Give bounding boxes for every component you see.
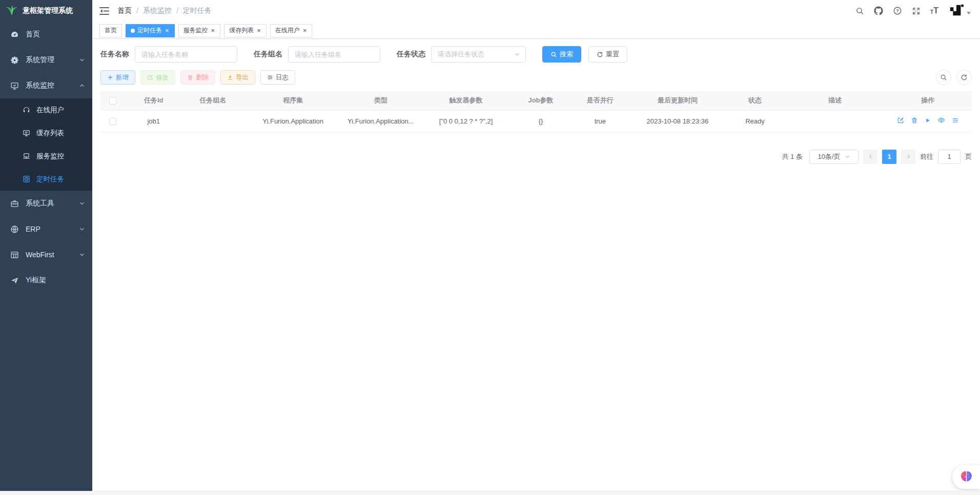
sidebar-item-system-monitoring[interactable]: 系统监控 xyxy=(0,73,92,98)
sidebar-item-scheduled-tasks[interactable]: 定时任务 xyxy=(0,168,92,191)
toolbar-right xyxy=(936,70,972,85)
goto-label: 前往 xyxy=(920,152,933,161)
row-actions xyxy=(897,116,959,124)
row-view-icon[interactable] xyxy=(937,116,945,124)
breadcrumb-separator: / xyxy=(176,7,178,15)
grid-icon xyxy=(10,251,19,259)
select-all-checkbox[interactable] xyxy=(109,97,116,105)
task-status-select[interactable]: 请选择任务状态 xyxy=(431,46,526,63)
sidebar-item-online-users[interactable]: 在线用户 xyxy=(0,98,92,121)
chevron-down-icon xyxy=(79,252,85,258)
tab-online-users[interactable]: 在线用户 × xyxy=(270,24,313,37)
next-page-button[interactable] xyxy=(901,150,915,164)
col-header-type: 类型 xyxy=(342,91,419,110)
sidebar-item-system-management[interactable]: 系统管理 xyxy=(0,47,92,73)
task-group-input[interactable] xyxy=(288,46,380,63)
sidebar-fold-icon[interactable] xyxy=(99,7,109,15)
row-delete-icon[interactable] xyxy=(911,117,918,124)
sidebar-item-webfirst[interactable]: WebFirst xyxy=(0,242,92,267)
sidebar-item-label: ERP xyxy=(26,225,79,233)
sidebar-item-label: 系统工具 xyxy=(26,199,79,208)
help-icon[interactable]: ? xyxy=(893,6,902,15)
dashboard-icon xyxy=(10,30,19,39)
tasks-table: 任务Id 任务组名 程序集 类型 触发器参数 Job参数 是否并行 最后更新时间… xyxy=(100,91,972,132)
cell-last-update: 2023-10-08 18:23:36 xyxy=(631,110,724,132)
schedule-icon xyxy=(23,175,30,183)
col-header-description: 描述 xyxy=(786,91,884,110)
row-edit-icon[interactable] xyxy=(897,117,904,124)
cell-assembly: Yi.Furion.Application xyxy=(244,110,342,132)
toolbox-icon xyxy=(10,199,19,208)
sidebar-item-service-monitoring[interactable]: 服务监控 xyxy=(0,145,92,168)
reset-button[interactable]: 重置 xyxy=(588,46,627,63)
font-size-icon[interactable]: TT xyxy=(930,7,938,15)
edit-button[interactable]: 修改 xyxy=(140,70,175,85)
sidebar-item-label: 定时任务 xyxy=(36,175,85,184)
monitor-icon xyxy=(10,81,19,90)
top-navbar: 首页 / 系统监控 / 定时任务 ? TT xyxy=(92,0,980,22)
tab-label: 首页 xyxy=(105,26,117,35)
col-header-last-update: 最后更新时间 xyxy=(631,91,724,110)
task-name-label: 任务名称 xyxy=(100,50,129,59)
close-icon[interactable]: × xyxy=(165,27,170,34)
add-button[interactable]: 新增 xyxy=(100,70,135,85)
edit-button-label: 修改 xyxy=(156,73,169,82)
col-header-task-id: 任务Id xyxy=(125,91,182,110)
row-run-icon[interactable] xyxy=(925,117,931,123)
tab-home[interactable]: 首页 xyxy=(99,24,122,37)
toggle-search-button[interactable] xyxy=(936,70,951,85)
breadcrumb-current: 定时任务 xyxy=(183,6,212,15)
prev-page-button[interactable] xyxy=(863,150,877,164)
log-button[interactable]: 日志 xyxy=(260,70,295,85)
cell-group xyxy=(182,110,244,132)
gear-icon xyxy=(10,56,19,65)
user-avatar[interactable] xyxy=(948,2,971,19)
download-icon xyxy=(227,74,233,80)
brain-icon xyxy=(959,470,973,485)
delete-button[interactable]: 删除 xyxy=(180,70,215,85)
sidebar-item-home[interactable]: 首页 xyxy=(0,22,92,47)
chevron-left-icon xyxy=(868,154,873,159)
horizontal-scrollbar[interactable] xyxy=(0,491,980,495)
task-status-label: 任务状态 xyxy=(397,50,425,59)
cell-description xyxy=(786,110,884,132)
search-button[interactable]: 搜索 xyxy=(542,46,581,63)
col-header-job-args: Job参数 xyxy=(513,91,569,110)
export-button-label: 导出 xyxy=(236,73,249,82)
sidebar-item-yi-framework[interactable]: Yi框架 xyxy=(0,267,92,293)
refresh-table-button[interactable] xyxy=(956,70,972,85)
task-group-label: 任务组名 xyxy=(254,50,282,59)
chevron-down-icon xyxy=(845,154,850,159)
app-logo[interactable]: 意框架管理系统 xyxy=(0,0,92,22)
tab-cache-list[interactable]: 缓存列表 × xyxy=(224,24,267,37)
search-icon[interactable] xyxy=(855,7,864,15)
close-icon[interactable]: × xyxy=(302,27,308,34)
github-icon[interactable] xyxy=(874,6,883,15)
assistant-widget[interactable] xyxy=(952,465,980,489)
main-area: 首页 / 系统监控 / 定时任务 ? TT xyxy=(92,0,980,495)
filter-task-name: 任务名称 xyxy=(100,46,237,63)
fullscreen-icon[interactable] xyxy=(912,7,921,15)
page-content: 任务名称 任务组名 任务状态 请选择任务状态 搜索 xyxy=(92,39,980,495)
col-header-concurrent: 是否并行 xyxy=(569,91,631,110)
goto-page-input[interactable] xyxy=(938,150,961,164)
breadcrumb-home[interactable]: 首页 xyxy=(117,6,132,15)
sidebar-item-cache-list[interactable]: 缓存列表 xyxy=(0,121,92,145)
page-number-1[interactable]: 1 xyxy=(882,150,896,164)
page-unit-label: 页 xyxy=(965,152,972,161)
page-size-select[interactable]: 10条/页 xyxy=(809,150,859,164)
close-icon[interactable]: × xyxy=(256,27,261,34)
tab-service-monitoring[interactable]: 服务监控 × xyxy=(178,24,221,37)
tab-label: 服务监控 xyxy=(183,26,208,35)
trash-icon xyxy=(187,74,193,80)
sidebar-item-system-tools[interactable]: 系统工具 xyxy=(0,191,92,216)
task-name-input[interactable] xyxy=(135,46,237,63)
sidebar-item-erp[interactable]: ERP xyxy=(0,216,92,242)
export-button[interactable]: 导出 xyxy=(220,70,255,85)
tab-scheduled-tasks[interactable]: 定时任务 × xyxy=(126,24,175,37)
table-row[interactable]: job1 Yi.Furion.Application Yi.Furion.App… xyxy=(100,110,972,132)
row-checkbox[interactable] xyxy=(109,118,116,125)
cell-status: Ready xyxy=(724,110,786,132)
row-log-icon[interactable] xyxy=(952,117,959,124)
close-icon[interactable]: × xyxy=(211,27,216,34)
